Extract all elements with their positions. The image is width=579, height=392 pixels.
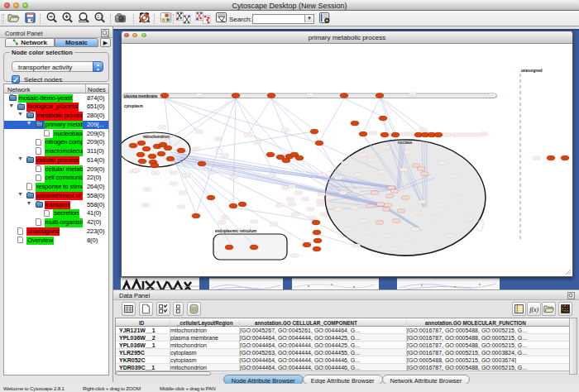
svg-text:unassigned: unassigned bbox=[521, 69, 543, 73]
svg-text:mitochondrion: mitochondrion bbox=[143, 135, 170, 139]
svg-text:plasma membrane: plasma membrane bbox=[124, 94, 158, 98]
svg-text:cytoplasm: cytoplasm bbox=[124, 104, 143, 108]
svg-text:1:1: 1:1 bbox=[97, 15, 103, 19]
svg-text:f(x): f(x) bbox=[529, 306, 538, 313]
